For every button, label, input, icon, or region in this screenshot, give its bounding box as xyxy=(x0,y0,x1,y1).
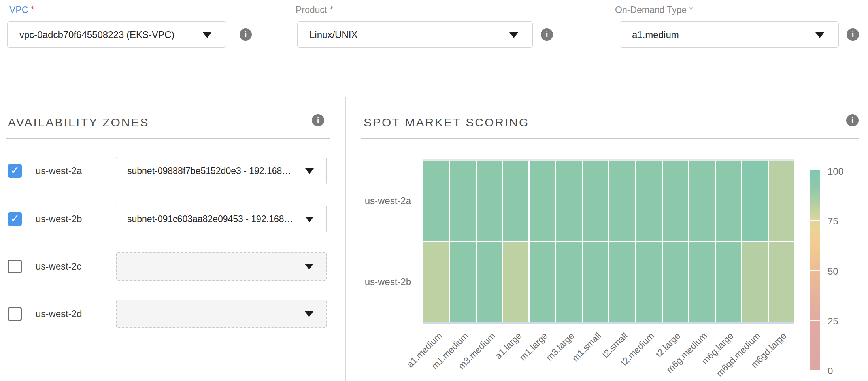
product-label-text: Product xyxy=(296,5,327,15)
heatmap-cell-us-west-2b-m6g.large xyxy=(716,242,741,323)
heatmap-cell-us-west-2b-m1.small xyxy=(583,242,608,323)
zone-row-us-west-2a: ✓us-west-2asubnet-09888f7be5152d0e3 - 19… xyxy=(0,157,345,186)
checkmark-icon: ✓ xyxy=(10,165,19,176)
subnet-dropdown-value: subnet-09888f7be5152d0e3 - 192.168… xyxy=(127,166,291,176)
colorbar-label-25: 25 xyxy=(828,316,859,327)
heatmap-cell-us-west-2a-a1.medium xyxy=(423,161,449,241)
heatmap-cell-us-west-2a-m6g.medium xyxy=(689,161,715,241)
spot-market-heatmap xyxy=(423,159,794,324)
vpc-dropdown-value: vpc-0adcb70f645508223 (EKS-VPC) xyxy=(19,29,174,40)
heatmap-cell-us-west-2b-m1.medium xyxy=(450,242,475,323)
heatmap-cell-us-west-2a-m1.small xyxy=(583,161,608,241)
subnet-dropdown-us-west-2c[interactable] xyxy=(116,252,327,281)
on-demand-type-dropdown-value: a1.medium xyxy=(632,29,679,40)
chevron-down-icon xyxy=(305,217,314,222)
heatmap-column-label-m1.large: m1.large xyxy=(518,330,550,363)
heatmap-cell-us-west-2a-m1.medium xyxy=(450,161,475,241)
spot-market-scoring-info-icon[interactable]: i xyxy=(846,114,859,126)
heatmap-column-label-m1.small: m1.small xyxy=(570,330,603,364)
heatmap-cell-us-west-2a-a1.large xyxy=(503,161,528,241)
zone-checkbox-us-west-2b[interactable]: ✓ xyxy=(8,212,22,226)
zone-checkbox-us-west-2a[interactable]: ✓ xyxy=(8,164,22,178)
heatmap-cell-us-west-2a-t2.medium xyxy=(636,161,661,241)
vpc-label: VPC * xyxy=(9,5,34,15)
heatmap-cell-us-west-2b-m1.large xyxy=(530,242,555,323)
heatmap-cell-us-west-2a-m3.large xyxy=(556,161,581,241)
heatmap-cell-us-west-2a-m3.medium xyxy=(477,161,502,241)
on-demand-type-required-mark: * xyxy=(689,5,693,15)
spot-market-configuration-screen: VPC * vpc-0adcb70f645508223 (EKS-VPC) i … xyxy=(0,0,868,381)
subnet-dropdown-us-west-2d[interactable] xyxy=(116,300,327,328)
availability-zones-title: AVAILABILITY ZONES xyxy=(8,116,149,129)
heatmap-bottom-axis xyxy=(423,322,794,324)
on-demand-type-label: On-Demand Type * xyxy=(615,5,693,15)
heatmap-cell-us-west-2a-m6gd.large xyxy=(769,161,794,241)
zone-label-us-west-2a: us-west-2a xyxy=(36,165,82,176)
chevron-down-icon xyxy=(305,168,314,174)
heatmap-cell-us-west-2b-m6g.medium xyxy=(689,242,715,323)
heatmap-colorbar xyxy=(810,170,820,370)
heatmap-cell-us-west-2b-m3.large xyxy=(556,242,581,323)
colorbar-tick-line xyxy=(810,320,820,321)
heatmap-cell-us-west-2a-m6g.large xyxy=(716,161,741,241)
heatmap-cell-us-west-2a-m6gd.medium xyxy=(742,161,768,241)
heatmap-row-label-us-west-2b: us-west-2b xyxy=(324,276,411,288)
vpc-info-icon[interactable]: i xyxy=(240,28,252,41)
zone-label-us-west-2c: us-west-2c xyxy=(36,261,81,272)
chevron-down-icon xyxy=(815,32,824,38)
vpc-label-text: VPC xyxy=(9,5,28,15)
on-demand-type-info-icon[interactable]: i xyxy=(847,28,859,41)
zone-row-us-west-2b: ✓us-west-2bsubnet-091c603aa82e09453 - 19… xyxy=(0,205,345,234)
heatmap-cell-us-west-2b-t2.medium xyxy=(636,242,661,323)
subnet-dropdown-value: subnet-091c603aa82e09453 - 192.168… xyxy=(127,214,293,224)
on-demand-type-dropdown[interactable]: a1.medium xyxy=(620,21,839,48)
heatmap-cell-us-west-2b-m3.medium xyxy=(477,242,502,323)
product-required-mark: * xyxy=(330,5,333,15)
zone-checkbox-us-west-2d[interactable] xyxy=(8,307,22,321)
subnet-dropdown-us-west-2b[interactable]: subnet-091c603aa82e09453 - 192.168… xyxy=(116,205,327,233)
colorbar-tick-line xyxy=(810,270,820,271)
heatmap-cell-us-west-2b-m6gd.large xyxy=(769,242,794,323)
heatmap-cell-us-west-2b-a1.medium xyxy=(423,242,449,323)
heatmap-cell-us-west-2a-m1.large xyxy=(530,161,555,241)
checkmark-icon: ✓ xyxy=(10,213,19,224)
colorbar-tick-line xyxy=(810,220,820,221)
zone-row-us-west-2d: us-west-2d xyxy=(0,300,345,329)
heatmap-cell-us-west-2b-t2.large xyxy=(663,242,688,323)
product-dropdown-value: Linux/UNIX xyxy=(309,29,357,40)
colorbar-label-0: 0 xyxy=(828,366,859,377)
spot-market-scoring-title: SPOT MARKET SCORING xyxy=(364,116,529,129)
heatmap-cell-us-west-2a-t2.large xyxy=(663,161,688,241)
heatmap-cell-us-west-2a-t2.small xyxy=(609,161,635,241)
heatmap-cell-us-west-2b-a1.large xyxy=(503,242,528,323)
spot-market-scoring-divider xyxy=(361,138,859,139)
colorbar-label-100: 100 xyxy=(828,166,859,177)
chevron-down-icon xyxy=(305,311,313,317)
product-dropdown[interactable]: Linux/UNIX xyxy=(297,21,533,48)
chevron-down-icon xyxy=(305,264,313,270)
heatmap-grid xyxy=(423,161,794,322)
heatmap-cell-us-west-2b-m6gd.medium xyxy=(742,242,768,323)
chevron-down-icon xyxy=(509,32,518,38)
vertical-section-divider xyxy=(345,97,346,381)
subnet-dropdown-us-west-2a[interactable]: subnet-09888f7be5152d0e3 - 192.168… xyxy=(116,157,327,185)
zone-label-us-west-2b: us-west-2b xyxy=(36,213,82,224)
on-demand-type-label-text: On-Demand Type xyxy=(615,5,687,15)
heatmap-column-labels: a1.mediumm1.mediumm3.mediuma1.largem1.la… xyxy=(423,326,794,381)
vpc-required-mark: * xyxy=(31,5,34,15)
vpc-dropdown[interactable]: vpc-0adcb70f645508223 (EKS-VPC) xyxy=(7,21,226,48)
colorbar-label-50: 50 xyxy=(828,266,859,277)
product-label: Product * xyxy=(296,5,333,15)
heatmap-row-label-us-west-2a: us-west-2a xyxy=(324,195,411,207)
product-info-icon[interactable]: i xyxy=(541,28,553,41)
zone-label-us-west-2d: us-west-2d xyxy=(36,308,82,319)
colorbar-label-75: 75 xyxy=(828,216,859,227)
heatmap-cell-us-west-2b-t2.small xyxy=(609,242,635,323)
availability-zones-info-icon[interactable]: i xyxy=(312,114,324,126)
zone-row-us-west-2c: us-west-2c xyxy=(0,252,345,281)
chevron-down-icon xyxy=(203,32,211,38)
zone-checkbox-us-west-2c[interactable] xyxy=(8,260,22,273)
availability-zones-divider xyxy=(6,138,330,139)
